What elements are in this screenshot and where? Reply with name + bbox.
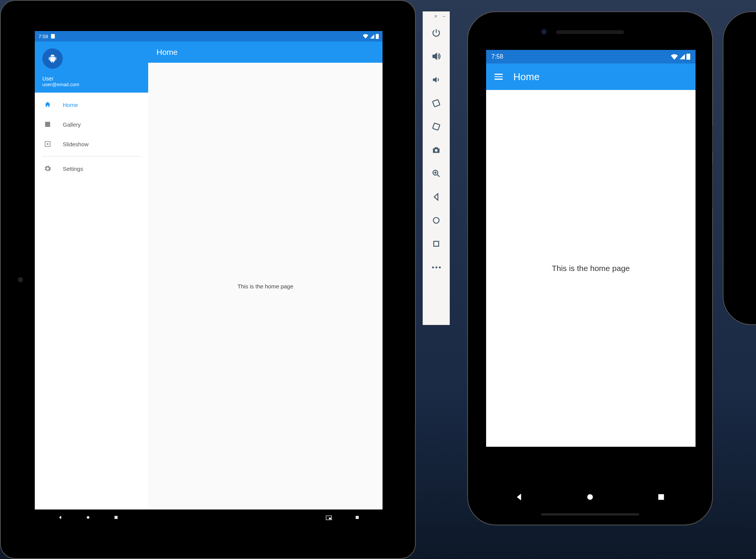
nav-back-button[interactable] [57, 515, 63, 521]
navigation-drawer: User user@email.com Home Gallery [35, 42, 148, 509]
status-time: 7:58 [491, 53, 503, 60]
phone-status-bar: 7:58 [486, 50, 696, 63]
app-bar-title: Home [156, 48, 178, 57]
volume-up-icon[interactable] [429, 49, 444, 64]
nav-home-button[interactable] [586, 492, 595, 503]
home-circle-icon[interactable] [429, 213, 444, 228]
drawer-item-settings[interactable]: Settings [35, 159, 148, 178]
zoom-in-icon[interactable] [429, 166, 444, 181]
svg-rect-2 [115, 516, 118, 519]
nav-overview-button[interactable] [113, 515, 119, 521]
drawer-list: Home Gallery Slideshow [35, 93, 148, 178]
tablet-system-navbar [35, 509, 383, 526]
status-time: 7:58 [39, 34, 48, 39]
drawer-divider [42, 156, 141, 156]
phone-home-content: This is the home page [486, 90, 696, 447]
nav-pip-button[interactable] [326, 515, 332, 521]
svg-point-8 [435, 149, 438, 152]
drawer-user-name: User [42, 76, 141, 82]
phone-emulator-frame: 7:58 Home This is the home page [467, 11, 713, 525]
android-icon [48, 54, 57, 63]
svg-point-12 [587, 494, 593, 500]
tablet-emulator-frame: 7:58 User user@email.com [0, 0, 416, 559]
avatar [42, 48, 63, 69]
camera-icon[interactable] [429, 142, 444, 158]
svg-point-10 [433, 217, 439, 223]
hamburger-icon[interactable] [494, 74, 503, 80]
rotate-left-icon[interactable] [429, 96, 444, 111]
tablet-main-pane: Home This is the home page [148, 42, 383, 509]
nav-home-button[interactable] [85, 515, 91, 521]
nav-overview-button[interactable] [657, 492, 666, 503]
tablet-status-bar: 7:58 [35, 31, 383, 42]
svg-rect-5 [356, 516, 359, 519]
app-bar-title: Home [513, 71, 539, 83]
emulator-toolbar-phone: × − [723, 11, 756, 325]
slideshow-icon [44, 140, 51, 148]
svg-rect-4 [329, 517, 331, 519]
drawer-item-label: Gallery [63, 121, 81, 128]
drawer-user-email: user@email.com [42, 82, 141, 87]
drawer-item-slideshow[interactable]: Slideshow [35, 134, 148, 154]
power-icon[interactable] [429, 25, 444, 40]
phone-app-bar: Home [486, 63, 696, 90]
drawer-item-gallery[interactable]: Gallery [35, 115, 148, 134]
emulator-toolbar-tablet: × − [423, 11, 450, 325]
signal-icon [680, 54, 685, 59]
phone-home-indicator [541, 513, 639, 516]
gear-icon [44, 165, 51, 172]
svg-rect-11 [434, 242, 439, 246]
signal-icon [370, 34, 374, 39]
drawer-item-home[interactable]: Home [35, 95, 148, 115]
rotate-right-icon[interactable] [429, 119, 444, 134]
drawer-header: User user@email.com [35, 42, 148, 93]
back-icon[interactable] [429, 189, 444, 204]
drawer-item-label: Home [63, 102, 78, 108]
home-body-text: This is the home page [237, 283, 293, 290]
phone-camera [541, 29, 547, 35]
emulator-minimize-button[interactable]: − [443, 13, 446, 19]
battery-icon [376, 34, 379, 39]
tablet-camera [18, 277, 23, 282]
emulator-close-button[interactable]: × [434, 13, 437, 19]
volume-down-icon[interactable] [429, 72, 444, 87]
phone-screen: 7:58 Home This is the home page [486, 50, 696, 447]
overview-icon[interactable] [429, 236, 444, 251]
svg-rect-6 [432, 99, 440, 107]
battery-icon [686, 54, 690, 60]
home-body-text: This is the home page [552, 264, 630, 273]
nav-back-button[interactable] [514, 492, 524, 503]
home-icon [44, 101, 51, 108]
gallery-icon [44, 121, 51, 128]
svg-point-1 [87, 516, 90, 519]
svg-rect-13 [658, 494, 664, 500]
tablet-home-content: This is the home page [148, 63, 383, 509]
more-icon[interactable] [429, 260, 444, 275]
tablet-app-bar: Home [148, 42, 383, 63]
wifi-icon [671, 54, 678, 60]
svg-rect-7 [432, 123, 440, 130]
sdcard-icon [51, 34, 55, 39]
drawer-item-label: Slideshow [63, 141, 88, 147]
nav-overview-button-2[interactable] [355, 515, 360, 521]
phone-earpiece [556, 30, 624, 34]
wifi-icon [363, 34, 369, 39]
tablet-screen: 7:58 User user@email.com [35, 31, 383, 526]
drawer-item-label: Settings [63, 166, 83, 172]
phone-system-navbar [499, 488, 681, 507]
